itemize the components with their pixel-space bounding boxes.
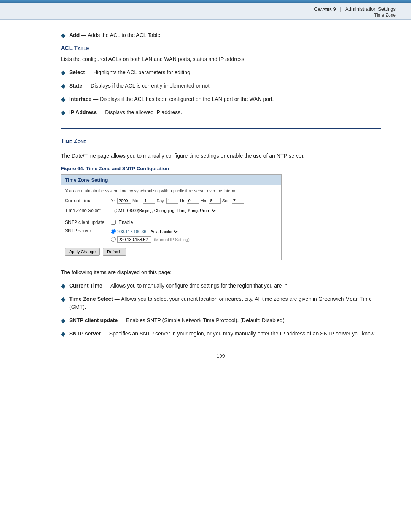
sntp-client-row: SNTP client update Enable xyxy=(65,220,277,225)
section-title-header: Administration Settings xyxy=(345,6,396,12)
ipaddress-term: IP Address xyxy=(69,109,97,115)
sntp-region-dropdown[interactable]: Asia Pacific xyxy=(148,228,179,235)
sntp-manual-label: (Manual IP Setting) xyxy=(154,237,190,242)
tz-current-time-bullet: ◆ Current Time — Allows you to manually … xyxy=(61,282,381,290)
acl-table-label: ACL Table xyxy=(61,45,89,51)
day-input[interactable] xyxy=(166,198,178,204)
ipaddress-description: — Displays the allowed IP address. xyxy=(98,109,182,115)
chapter-header: Chapter 9 | Administration Settings Time… xyxy=(0,3,411,20)
sntp-server-label: SNTP server xyxy=(65,228,111,233)
add-description: — Adds the ACL to the ACL Table. xyxy=(81,32,162,38)
tz-current-time-text: Current Time — Allows you to manually co… xyxy=(69,282,289,290)
tz-subtitle: You can maintain the system time by sync… xyxy=(65,189,277,193)
ipaddress-bullet: ◆ IP Address — Displays the allowed IP a… xyxy=(61,109,381,117)
mn-input[interactable] xyxy=(209,198,221,204)
day-label: Day xyxy=(156,198,164,203)
diamond-icon-9: ◆ xyxy=(61,330,65,337)
acl-table-description: Lists the configured ACLs on both LAN an… xyxy=(61,55,381,63)
state-bullet-text: State — Displays if the ACL is currently… xyxy=(69,82,211,90)
main-content: ◆ Add — Adds the ACL to the ACL Table. A… xyxy=(0,20,411,382)
time-zone-heading: Time Zone xyxy=(61,138,381,145)
tz-select-desc: — Allows you to select your current loca… xyxy=(69,296,372,310)
time-zone-label: Time Zone xyxy=(61,138,86,144)
diamond-icon-6: ◆ xyxy=(61,282,65,289)
diamond-icon-3: ◆ xyxy=(61,82,65,89)
sntp-server-term: SNTP server xyxy=(69,331,101,337)
tz-select-dropdown[interactable]: (GMT+08:00)Beijing, Chongqing, Hong Kong… xyxy=(111,207,217,214)
chapter-line: Chapter 9 | Administration Settings xyxy=(15,6,396,12)
select-term: Select xyxy=(69,69,85,75)
sntp-radio1-ip: 203.117.180.36 xyxy=(117,229,146,234)
sntp-server-bullet: ◆ SNTP server — Specifies an SNTP server… xyxy=(61,330,381,338)
ipaddress-bullet-text: IP Address — Displays the allowed IP add… xyxy=(69,109,182,117)
sntp-enable-checkbox[interactable] xyxy=(111,220,116,225)
sntp-server-row: SNTP server 203.117.180.36 Asia Pacific xyxy=(65,228,277,244)
diamond-icon-8: ◆ xyxy=(61,317,65,324)
refresh-button[interactable]: Refresh xyxy=(103,248,126,256)
mon-input[interactable] xyxy=(143,198,155,204)
diamond-icon-7: ◆ xyxy=(61,296,65,303)
mn-label: Mn xyxy=(201,198,206,203)
sntp-server-desc: — Specifies an SNTP server in your regio… xyxy=(102,331,376,337)
diamond-icon-2: ◆ xyxy=(61,69,65,76)
tz-current-time-term: Current Time xyxy=(69,283,102,289)
diamond-icon: ◆ xyxy=(61,32,65,39)
tz-select-row: Time Zone Select (GMT+08:00)Beijing, Cho… xyxy=(65,207,277,214)
page-number: – 109 – xyxy=(61,353,381,366)
sntp-radio2-row: (Manual IP Setting) xyxy=(111,236,190,243)
state-term: State xyxy=(69,83,82,89)
mon-label: Mon xyxy=(132,198,140,203)
sntp-client-text: SNTP client update — Enables SNTP (Simpl… xyxy=(69,316,284,324)
sntp-server-text: SNTP server — Specifies an SNTP server i… xyxy=(69,330,376,338)
select-bullet: ◆ Select — Highlights the ACL parameters… xyxy=(61,69,381,77)
top-color-bar xyxy=(0,0,411,3)
yr-label: Yr xyxy=(111,198,115,203)
acl-table-title: ACL Table xyxy=(61,45,381,51)
add-bullet-text: Add — Adds the ACL to the ACL Table. xyxy=(69,31,162,39)
sec-label: Sec xyxy=(222,198,229,203)
tz-select-text: Time Zone Select — Allows you to select … xyxy=(69,295,381,311)
following-items-text: The following items are displayed on thi… xyxy=(61,268,381,276)
time-zone-description: The Date/Time page allows you to manuall… xyxy=(61,152,381,160)
sntp-client-controls: Enable xyxy=(111,220,133,225)
sntp-radio1-row: 203.117.180.36 Asia Pacific xyxy=(111,228,190,235)
tz-buttons: Apply Change Refresh xyxy=(65,248,277,256)
tz-select-label: Time Zone Select xyxy=(65,208,111,213)
sntp-radio1[interactable] xyxy=(111,229,116,234)
select-description: — Highlights the ACL parameters for edit… xyxy=(86,69,192,75)
current-time-controls: Yr Mon Day Hr Mn Sec xyxy=(111,198,244,204)
sntp-server-options: 203.117.180.36 Asia Pacific (Manual IP S… xyxy=(111,228,190,244)
interface-description: — Displays if the ACL has been configure… xyxy=(93,96,274,102)
tz-current-time-desc: — Allows you to manually configure time … xyxy=(104,283,289,289)
current-time-label: Current Time xyxy=(65,198,111,203)
add-term: Add xyxy=(69,32,80,38)
sec-input[interactable] xyxy=(232,198,244,204)
state-bullet: ◆ State — Displays if the ACL is current… xyxy=(61,82,381,90)
diamond-icon-5: ◆ xyxy=(61,109,65,116)
interface-term: Interface xyxy=(69,96,91,102)
sntp-client-term: SNTP client update xyxy=(69,317,118,323)
sntp-enable-label: Enable xyxy=(119,220,133,225)
subsection-header: Time Zone xyxy=(15,13,396,18)
chapter-label: Chapter xyxy=(314,6,331,12)
sntp-client-desc: — Enables SNTP (Simple Network Time Prot… xyxy=(119,317,284,323)
tz-setting-box: Time Zone Setting You can maintain the s… xyxy=(61,174,282,260)
sntp-client-bullet: ◆ SNTP client update — Enables SNTP (Sim… xyxy=(61,316,381,324)
select-bullet-text: Select — Highlights the ACL parameters f… xyxy=(69,69,192,77)
chapter-number: 9 xyxy=(333,6,336,12)
hr-label: Hr xyxy=(180,198,185,203)
state-description: — Displays if the ACL is currently imple… xyxy=(84,83,211,89)
sntp-radio2[interactable] xyxy=(111,237,116,242)
sntp-client-label: SNTP client update xyxy=(65,220,111,225)
section-divider xyxy=(61,128,381,129)
interface-bullet-text: Interface — Displays if the ACL has been… xyxy=(69,95,274,103)
tz-box-body: You can maintain the system time by sync… xyxy=(61,185,281,260)
hr-input[interactable] xyxy=(187,198,199,204)
apply-change-button[interactable]: Apply Change xyxy=(65,248,100,256)
tz-select-bullet: ◆ Time Zone Select — Allows you to selec… xyxy=(61,295,381,311)
figure-caption: Figure 64: Time Zone and SNTP Configurat… xyxy=(61,166,381,171)
diamond-icon-4: ◆ xyxy=(61,96,65,103)
add-bullet: ◆ Add — Adds the ACL to the ACL Table. xyxy=(61,31,381,39)
yr-input[interactable] xyxy=(117,198,131,204)
sntp-manual-ip-input[interactable] xyxy=(117,236,151,243)
